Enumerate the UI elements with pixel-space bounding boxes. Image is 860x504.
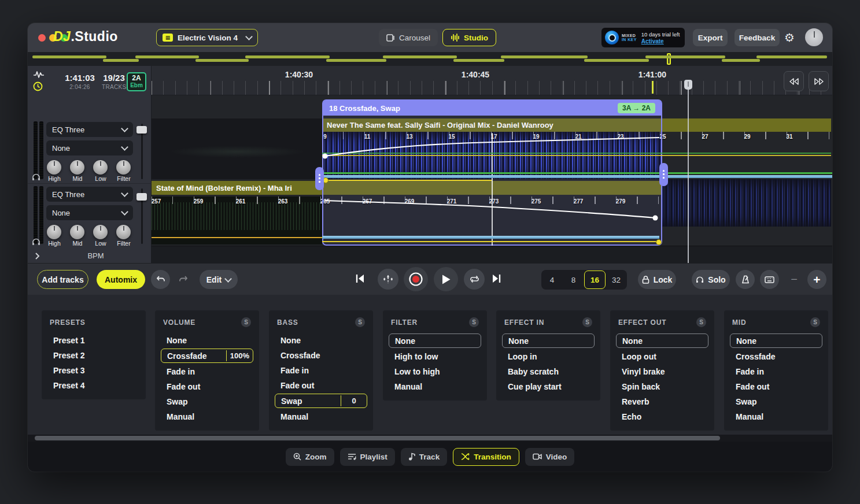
panel-option-value[interactable]: 0 <box>341 395 367 406</box>
tab-track[interactable]: Track <box>401 448 447 466</box>
s-badge[interactable]: S <box>696 317 706 327</box>
panel-option-vinyl-brake[interactable]: Vinyl brake <box>616 365 708 378</box>
redo-button[interactable] <box>174 270 193 289</box>
panel-option-none[interactable]: None <box>502 333 595 348</box>
playhead-line[interactable] <box>688 95 689 263</box>
panel-option-fade-out[interactable]: Fade out <box>161 380 253 393</box>
settings-gear-icon[interactable]: ⚙ <box>781 29 798 46</box>
s-badge[interactable]: S <box>355 317 365 327</box>
horizontal-scrollbar[interactable] <box>28 435 832 442</box>
beat-jump-option[interactable]: 32 <box>606 270 627 290</box>
crossfade-left-handle[interactable] <box>315 167 324 190</box>
activate-link[interactable]: Activate <box>641 38 680 45</box>
beat-jump-option[interactable]: 8 <box>563 270 584 290</box>
tab-video[interactable]: Video <box>525 448 575 466</box>
play-button[interactable] <box>434 267 458 291</box>
panel-option-manual[interactable]: Manual <box>730 410 822 423</box>
effect-dropdown[interactable]: None <box>46 205 133 220</box>
panel-option-echo[interactable]: Echo <box>616 410 708 423</box>
zoom-out-button[interactable]: − <box>787 272 802 287</box>
crossfade-right-handle[interactable] <box>659 163 668 186</box>
automix-button[interactable]: Automix <box>97 270 145 289</box>
beat-jump-option[interactable]: 16 <box>584 270 606 289</box>
bpm-row[interactable]: BPM <box>28 249 152 263</box>
record-button[interactable] <box>404 267 428 291</box>
panel-option-fade-in[interactable]: Fade in <box>161 365 253 378</box>
fader-handle[interactable] <box>136 193 147 201</box>
studio-mode-button[interactable]: Studio <box>442 29 496 46</box>
undo-button[interactable] <box>151 270 170 289</box>
tab-playlist[interactable]: Playlist <box>340 448 395 466</box>
panel-option-preset-2[interactable]: Preset 2 <box>47 349 140 362</box>
tab-zoom[interactable]: Zoom <box>286 448 334 466</box>
panel-option-cue-play-start[interactable]: Cue play start <box>502 380 595 393</box>
panel-option-fade-out[interactable]: Fade out <box>730 380 822 393</box>
tracks-canvas[interactable]: Never The Same feat. Sally Saifi - Origi… <box>152 95 832 263</box>
eq-preset-dropdown[interactable]: EQ Three <box>46 122 133 137</box>
eq-lane-yellow[interactable] <box>325 180 492 181</box>
panel-option-none[interactable]: None <box>730 333 822 348</box>
panel-option-fade-in[interactable]: Fade in <box>730 365 822 378</box>
beat-jump-option[interactable]: 4 <box>541 270 563 290</box>
low-knob[interactable] <box>93 225 108 239</box>
high-knob[interactable] <box>47 160 61 175</box>
avatar[interactable] <box>805 28 823 46</box>
high-knob[interactable] <box>47 225 61 239</box>
panel-option-value[interactable]: 100% <box>226 350 253 361</box>
project-selector[interactable]: ▦ Electric Vision 4 <box>156 29 258 46</box>
s-badge[interactable]: S <box>582 317 592 327</box>
panel-option-none[interactable]: None <box>389 333 481 348</box>
s-badge[interactable]: S <box>469 317 479 327</box>
effect-dropdown[interactable]: None <box>46 140 133 155</box>
fade-in-curve[interactable] <box>322 132 662 179</box>
automation-point[interactable] <box>656 239 662 245</box>
lock-button[interactable]: Lock <box>638 270 676 289</box>
headphones-icon[interactable] <box>32 238 40 246</box>
panel-option-none[interactable]: None <box>616 333 708 348</box>
traffic-close-button[interactable] <box>38 34 46 42</box>
crossfade-header[interactable]: 18 Crossfade, Swap 3A → 2A <box>323 101 661 116</box>
add-tracks-button[interactable]: Add tracks <box>37 270 88 289</box>
edit-menu-button[interactable]: Edit <box>200 270 238 289</box>
panel-option-loop-out[interactable]: Loop out <box>616 350 708 363</box>
panel-option-manual[interactable]: Manual <box>161 410 253 423</box>
fader-handle[interactable] <box>136 126 147 134</box>
panel-option-baby-scratch[interactable]: Baby scratch <box>502 365 595 378</box>
panel-option-swap[interactable]: Swap <box>730 395 822 408</box>
mid-knob[interactable] <box>70 225 84 239</box>
scrollbar-thumb[interactable] <box>35 436 720 440</box>
feedback-button[interactable]: Feedback <box>734 29 780 46</box>
panel-option-fade-in[interactable]: Fade in <box>275 364 367 377</box>
panel-option-low-to-high[interactable]: Low to high <box>389 365 481 378</box>
solo-button[interactable]: Solo <box>692 270 730 289</box>
metronome-button[interactable] <box>736 270 755 289</box>
bpm-lane[interactable]: 130133 <box>152 246 832 263</box>
fade-out-curve[interactable] <box>322 197 662 244</box>
s-badge[interactable]: S <box>241 317 251 327</box>
minimap-playhead[interactable] <box>667 53 671 65</box>
mixed-in-key-widget[interactable]: MIXEDIN KEY 10 days trial left Activate <box>601 28 685 47</box>
panel-option-swap[interactable]: Swap <box>161 395 253 408</box>
panel-option-fade-out[interactable]: Fade out <box>275 379 367 392</box>
filter-knob[interactable] <box>116 160 131 175</box>
panel-option-swap[interactable]: Swap0 <box>275 394 367 408</box>
panel-option-crossfade[interactable]: Crossfade <box>275 349 367 362</box>
skip-forward-button[interactable] <box>490 273 502 284</box>
s-badge[interactable]: S <box>810 317 820 327</box>
zoom-in-button[interactable]: + <box>807 270 826 289</box>
carousel-mode-button[interactable]: Carousel <box>379 29 438 46</box>
export-button[interactable]: Export <box>693 29 728 46</box>
panel-option-none[interactable]: None <box>275 333 367 347</box>
skip-back-button[interactable] <box>355 273 366 284</box>
panel-option-crossfade[interactable]: Crossfade <box>730 350 822 363</box>
split-button[interactable] <box>378 269 398 290</box>
panel-option-crossfade[interactable]: Crossfade100% <box>161 349 253 363</box>
panel-option-reverb[interactable]: Reverb <box>616 395 708 408</box>
panel-option-loop-in[interactable]: Loop in <box>502 350 595 363</box>
tab-transition[interactable]: Transition <box>453 448 519 466</box>
time-ruler[interactable]: 1:40:301:40:451:41:00 <box>152 66 832 95</box>
panel-option-spin-back[interactable]: Spin back <box>616 380 708 393</box>
filter-knob[interactable] <box>116 225 131 239</box>
low-knob[interactable] <box>93 160 108 175</box>
headphones-icon[interactable] <box>32 173 40 181</box>
